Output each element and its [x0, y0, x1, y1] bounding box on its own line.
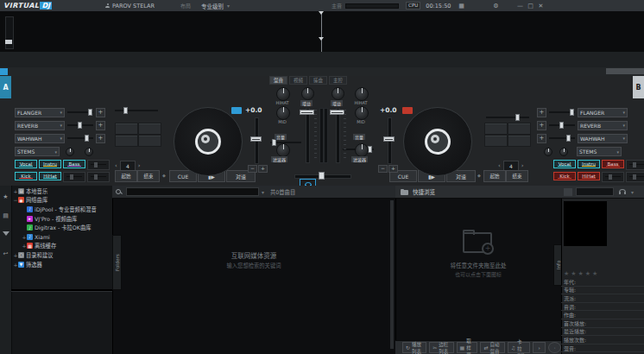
- search-dropdown-icon[interactable]: ▾: [262, 189, 264, 195]
- deck-a-loop-in-button[interactable]: 起始: [115, 170, 137, 182]
- stem-slider-slot[interactable]: [602, 172, 624, 182]
- deck-a-quantize-badge[interactable]: [231, 107, 242, 114]
- loop-double-button[interactable]: ›: [521, 162, 524, 169]
- deck-b-fx-slider[interactable]: [549, 135, 575, 142]
- back-arrow-icon[interactable]: ↩: [0, 248, 11, 260]
- deck-a-stem-hihat[interactable]: HiHat: [39, 172, 61, 180]
- deck-b-pitch-plus[interactable]: +: [388, 165, 398, 173]
- mixer-tab-1[interactable]: 视频: [289, 76, 307, 85]
- tree-item[interactable]: ♪Digitrax - 卡拉OK曲库: [11, 223, 112, 232]
- close-button[interactable]: ✕: [535, 3, 546, 9]
- rating-stars[interactable]: ★★★★★: [564, 270, 599, 277]
- fx-add-button[interactable]: +: [537, 134, 546, 143]
- sideview-自动混音[interactable]: ⇄自动混音: [480, 342, 504, 353]
- deck-a-stem-instru[interactable]: Instru: [39, 160, 61, 168]
- loop-half-button[interactable]: ‹: [498, 162, 501, 169]
- deck-a-key-slider[interactable]: [115, 107, 158, 114]
- list-panel-icon[interactable]: ▤: [0, 210, 11, 222]
- channel-b-gain-knob[interactable]: [331, 87, 344, 100]
- deck-a-fx-select-wahwah[interactable]: WAHWAH▾: [15, 134, 65, 143]
- deck-b-key-slider[interactable]: [486, 114, 529, 121]
- deck-b-stems-knob-1[interactable]: [559, 148, 568, 156]
- calendar-icon[interactable]: ▦: [456, 3, 466, 9]
- album-art[interactable]: [564, 201, 607, 246]
- deck-a-stem-vocal[interactable]: Vocal: [15, 160, 37, 168]
- deck-a-fx-select-reverb[interactable]: REVERB▾: [15, 121, 65, 130]
- stem-slider-slot[interactable]: [87, 172, 110, 182]
- mixer-tab-0[interactable]: 混音: [269, 76, 287, 85]
- mixer-b-mid-knob[interactable]: [355, 106, 369, 120]
- tree-item[interactable]: ▸VJ'Pro - 视频曲库: [11, 214, 112, 224]
- loop-half-button[interactable]: ‹: [115, 162, 117, 169]
- deck-b-stem-hihat[interactable]: HiHat: [578, 172, 600, 180]
- deck-b-quantize-badge[interactable]: [402, 107, 413, 114]
- deck-b-stems-select[interactable]: STEMS▾: [577, 147, 622, 156]
- tree-item[interactable]: −◉网络曲库: [11, 196, 112, 205]
- sideview-播放列表[interactable]: ↻播放列表: [402, 342, 426, 353]
- deck-a-fx-select-flanger[interactable]: FLANGER▾: [15, 108, 65, 117]
- deck-a-jog-wheel[interactable]: [174, 107, 243, 176]
- mixer-tab-3[interactable]: 主控: [329, 76, 347, 85]
- deck-b-pad[interactable]: [508, 123, 531, 135]
- favorite-star-icon[interactable]: ★: [0, 191, 11, 203]
- deck-b-pad[interactable]: [484, 123, 508, 135]
- channel-a-volume-fader[interactable]: [306, 108, 310, 163]
- file-list-panel[interactable]: [112, 186, 396, 354]
- deck-a-stems-knob-2[interactable]: [85, 148, 93, 156]
- waveform-zoom-slider[interactable]: [5, 16, 14, 49]
- grid-anchor-icon[interactable]: [0, 68, 8, 75]
- tree-item[interactable]: ♪iDjPool - 专业音频和混音: [11, 205, 112, 214]
- deck-b-pitch-handle[interactable]: [383, 136, 395, 142]
- mixer-a-mid-knob[interactable]: [276, 106, 290, 120]
- minimize-button[interactable]: —: [515, 3, 525, 9]
- tree-item[interactable]: +♪Xiami: [11, 232, 112, 242]
- user-menu[interactable]: PAROV STELAR: [105, 3, 155, 9]
- mixer-a-hihat-knob[interactable]: [276, 87, 290, 101]
- deck-b-loop-in-button[interactable]: 起始: [483, 170, 506, 182]
- sideview-边栏列表[interactable]: ✂边栏列表: [429, 342, 453, 353]
- waveform-display[interactable]: [0, 11, 644, 53]
- deck-b-stem-kick[interactable]: Kick: [553, 172, 576, 180]
- tree-item[interactable]: +▢目录和建议: [11, 250, 112, 260]
- settings-gear-icon[interactable]: ⚙: [490, 3, 501, 9]
- mixer-tab-2[interactable]: 搓盘: [309, 76, 327, 85]
- search-input[interactable]: [126, 187, 259, 196]
- filter-funnel-icon[interactable]: [0, 227, 11, 239]
- deck-b-pad[interactable]: [508, 135, 531, 147]
- channel-a-gain-knob[interactable]: [301, 87, 314, 100]
- deck-a-tab[interactable]: A: [0, 76, 11, 98]
- tree-item[interactable]: +▦离线缓存: [11, 242, 112, 251]
- maximize-button[interactable]: □: [525, 3, 535, 9]
- sideview-next-button[interactable]: ›: [533, 342, 546, 353]
- file-list-scrollbar[interactable]: [390, 200, 394, 349]
- deck-a-stems-select[interactable]: STEMS▾: [15, 147, 60, 156]
- beat-strip-scroller[interactable]: [606, 68, 644, 74]
- mixer-b-filter-knob[interactable]: [355, 143, 369, 157]
- layout-select[interactable]: 专业级别 ▾: [201, 2, 230, 10]
- deck-a-pad[interactable]: [138, 135, 161, 147]
- deck-a-pitch-handle[interactable]: [250, 136, 262, 142]
- deck-a-fx-slider[interactable]: [67, 122, 93, 129]
- deck-b-stem-bass[interactable]: Bass: [602, 160, 624, 168]
- crossfader-handle[interactable]: [319, 172, 325, 180]
- sideview-more-button[interactable]: ·: [548, 342, 561, 353]
- deck-a-pad[interactable]: [115, 123, 138, 135]
- stem-slider-slot[interactable]: [626, 160, 644, 170]
- deck-a-fx-slider[interactable]: [67, 135, 93, 142]
- deck-b-stem-instru[interactable]: Instru: [578, 160, 600, 168]
- fx-add-button[interactable]: +: [96, 108, 105, 117]
- deck-b-fx-slider[interactable]: [549, 122, 575, 129]
- stem-slider-slot[interactable]: [626, 172, 644, 182]
- deck-b-stem-vocal[interactable]: Vocal: [553, 160, 576, 168]
- deck-a-stem-kick[interactable]: Kick: [15, 172, 37, 180]
- prelisten-progress[interactable]: [576, 187, 614, 196]
- deck-a-fx-slider[interactable]: [67, 109, 93, 116]
- tree-splitter[interactable]: [11, 289, 112, 292]
- deck-a-loop-out-button[interactable]: 结束: [137, 170, 160, 182]
- deck-b-fx-slider[interactable]: [549, 109, 575, 116]
- deck-a-pad[interactable]: [138, 123, 161, 135]
- deck-b-pitch-minus[interactable]: −: [378, 165, 388, 173]
- deck-b-fx-select-flanger[interactable]: FLANGER▾: [578, 108, 628, 117]
- deck-b-fx-select-reverb[interactable]: REVERB▾: [578, 121, 628, 130]
- deck-a-pitch-minus[interactable]: −: [248, 165, 257, 173]
